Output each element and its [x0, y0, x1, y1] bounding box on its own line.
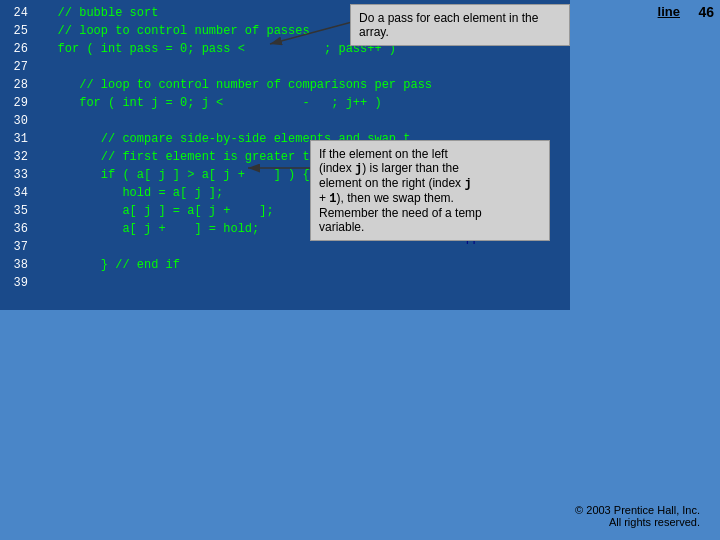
line-content: // bubble sort — [36, 4, 158, 22]
code-line: 27 — [0, 58, 570, 76]
tooltip-top: Do a pass for each element in the array. — [350, 4, 570, 46]
slide-label: line — [658, 4, 680, 19]
tooltip-bottom-line: (index j) is larger than the — [319, 161, 459, 175]
line-number: 25 — [0, 22, 36, 40]
code-line: 38 } // end if — [0, 256, 570, 274]
tooltip-bottom-line: variable. — [319, 220, 364, 234]
line-number: 24 — [0, 4, 36, 22]
line-number: 28 — [0, 76, 36, 94]
tooltip-bottom-line: + 1), then we swap them. — [319, 191, 454, 205]
line-number: 36 — [0, 220, 36, 238]
copyright: © 2003 Prentice Hall, Inc. All rights re… — [575, 504, 700, 528]
line-content: for ( int pass = 0; pass < ; pass++ ) — [36, 40, 396, 58]
line-content: } // end if — [36, 256, 180, 274]
tooltip-top-text: Do a pass for each element in the array. — [359, 11, 538, 39]
line-number: 26 — [0, 40, 36, 58]
code-line: 28 // loop to control number of comparis… — [0, 76, 570, 94]
line-content: if ( a[ j ] > a[ j + ] ) { — [36, 166, 310, 184]
line-number: 30 — [0, 112, 36, 130]
line-number: 29 — [0, 94, 36, 112]
slide-number: 46 — [698, 4, 714, 20]
line-number: 38 — [0, 256, 36, 274]
line-number: 39 — [0, 274, 36, 292]
line-number: 27 — [0, 58, 36, 76]
line-number: 37 — [0, 238, 36, 256]
line-content: // loop to control number of passes — [36, 22, 310, 40]
tooltip-bottom-line: element on the right (index j — [319, 176, 472, 190]
tooltip-bottom-line: Remember the need of a temp — [319, 206, 482, 220]
line-number: 34 — [0, 184, 36, 202]
line-content: hold = a[ j ]; — [36, 184, 223, 202]
line-number: 35 — [0, 202, 36, 220]
line-number: 31 — [0, 130, 36, 148]
tooltip-bottom-line: If the element on the left — [319, 147, 448, 161]
line-content: for ( int j = 0; j < - ; j++ ) — [36, 94, 382, 112]
code-line: 39 — [0, 274, 570, 292]
line-content: a[ j ] = a[ j + ]; — [36, 202, 274, 220]
line-content: // loop to control number of comparisons… — [36, 76, 432, 94]
tooltip-bottom: If the element on the left(index j) is l… — [310, 140, 550, 241]
line-content: a[ j + ] = hold; — [36, 220, 259, 238]
code-line: 29 for ( int j = 0; j < - ; j++ ) — [0, 94, 570, 112]
copyright-line2: All rights reserved. — [575, 516, 700, 528]
code-line: 30 — [0, 112, 570, 130]
line-number: 32 — [0, 148, 36, 166]
line-number: 33 — [0, 166, 36, 184]
copyright-line1: © 2003 Prentice Hall, Inc. — [575, 504, 700, 516]
